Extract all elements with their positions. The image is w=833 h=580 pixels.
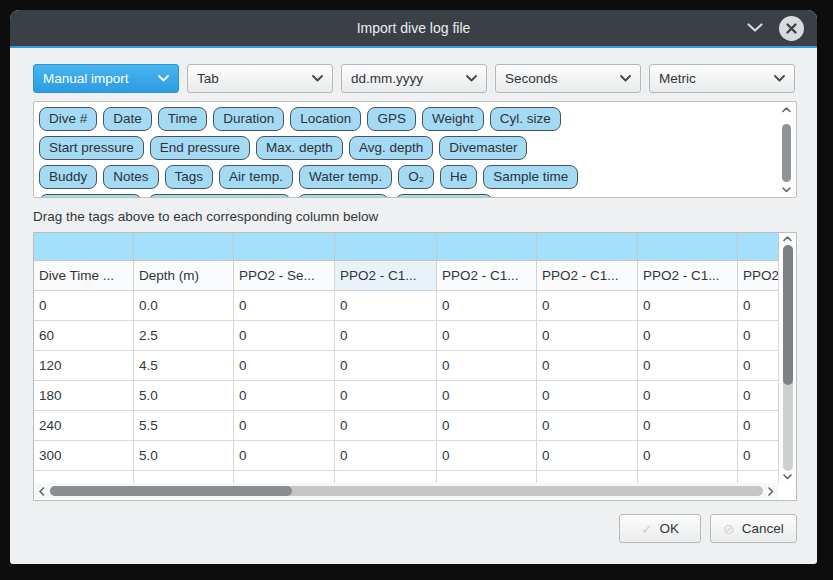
table-cell: 0 [34, 291, 134, 321]
tag-row: Buddy Notes Tags Air temp. Water temp. O… [39, 165, 774, 189]
tag-sample-cns[interactable]: Sample CNS [395, 194, 493, 198]
tag-water-temp[interactable]: Water temp. [299, 165, 392, 189]
column-header[interactable]: PPO2 - Se... [234, 261, 335, 291]
ok-button[interactable]: ✓ OK [619, 514, 701, 543]
column-header[interactable]: PPO2 - C1... [537, 261, 638, 291]
tag-time[interactable]: Time [158, 107, 208, 131]
table-cell: 0 [537, 411, 638, 441]
table-cell: 0 [437, 351, 537, 381]
table-vertical-scrollbar[interactable] [780, 234, 795, 482]
scroll-left-icon[interactable] [39, 487, 45, 496]
scroll-down-icon[interactable] [782, 185, 791, 194]
dialog-buttons: ✓ OK ⊘ Cancel [33, 514, 797, 543]
tag-sample-depth[interactable]: Sample depth [39, 194, 142, 198]
tag-notes[interactable]: Notes [103, 165, 158, 189]
scroll-up-icon[interactable] [783, 234, 792, 244]
column-header[interactable]: PPO2 [738, 261, 779, 291]
table-cell: 0 [437, 291, 537, 321]
tag-o2[interactable]: O₂ [398, 165, 434, 189]
scroll-up-icon[interactable] [782, 105, 791, 114]
column-header[interactable]: Dive Time ... [34, 261, 134, 291]
column-header[interactable]: PPO2 - C1... [437, 261, 537, 291]
tag-gps[interactable]: GPS [367, 107, 416, 131]
tag-end-pressure[interactable]: End pressure [150, 136, 250, 160]
tag-sample-po2[interactable]: Sample pO₂ [297, 194, 390, 198]
table-cell: 5.0 [134, 381, 234, 411]
tag-start-pressure[interactable]: Start pressure [39, 136, 144, 160]
chevron-down-icon[interactable] [746, 22, 764, 34]
table-cell: 0 [638, 381, 738, 411]
tag-buddy[interactable]: Buddy [39, 165, 97, 189]
column-header[interactable]: PPO2 - C1... [638, 261, 738, 291]
column-drop-target[interactable] [537, 233, 638, 261]
tag-list-scrollbar[interactable] [779, 105, 794, 194]
tag-date[interactable]: Date [103, 107, 152, 131]
table-cell: 0 [738, 411, 779, 441]
drag-instruction-label: Drag the tags above to each correspondin… [33, 209, 797, 224]
scrollbar-track[interactable] [782, 116, 791, 183]
tag-tags[interactable]: Tags [165, 165, 214, 189]
chevron-down-icon [620, 75, 631, 82]
units-select[interactable]: Metric [649, 64, 795, 93]
tag-he[interactable]: He [440, 165, 477, 189]
scroll-down-icon[interactable] [783, 472, 792, 482]
table-cell: 240 [34, 411, 134, 441]
scrollbar-track[interactable] [50, 486, 763, 496]
tag-divemaster[interactable]: Divemaster [439, 136, 527, 160]
column-drop-target[interactable] [638, 233, 738, 261]
table-cell: 120 [34, 351, 134, 381]
table-cell: 0 [537, 321, 638, 351]
table-cell-clipped [335, 471, 437, 483]
scrollbar-thumb[interactable] [50, 486, 292, 496]
table-cell-clipped [638, 471, 738, 483]
scrollbar-thumb[interactable] [783, 245, 793, 385]
field-separator-select[interactable]: Tab [187, 64, 333, 93]
tag-cyl-size[interactable]: Cyl. size [490, 107, 561, 131]
date-format-value: dd.mm.yyyy [351, 71, 423, 86]
csv-preview-table: Dive Time ... Depth (m) PPO2 - Se... PPO… [33, 232, 797, 501]
table-cell: 0 [437, 381, 537, 411]
titlebar[interactable]: Import dive log file [10, 10, 817, 46]
table-cell: 60 [34, 321, 134, 351]
tag-location[interactable]: Location [290, 107, 361, 131]
scrollbar-thumb[interactable] [782, 124, 791, 182]
table-cell: 0 [335, 321, 437, 351]
table-cell: 180 [34, 381, 134, 411]
duration-format-select[interactable]: Seconds [495, 64, 641, 93]
table-cell: 2.5 [134, 321, 234, 351]
tag-sample-temperature[interactable]: Sample temperature [148, 194, 290, 198]
table-cell: 5.0 [134, 441, 234, 471]
close-icon[interactable] [779, 16, 804, 41]
column-drop-target[interactable] [234, 233, 335, 261]
column-drop-target[interactable] [34, 233, 134, 261]
window-title: Import dive log file [357, 20, 471, 36]
tag-weight[interactable]: Weight [422, 107, 484, 131]
tag-air-temp[interactable]: Air temp. [219, 165, 293, 189]
tag-max-depth[interactable]: Max. depth [256, 136, 343, 160]
table-cell-clipped [34, 471, 134, 483]
tag-avg-depth[interactable]: Avg. depth [349, 136, 433, 160]
table-cell: 0 [234, 351, 335, 381]
table-cell: 0 [335, 381, 437, 411]
table-cell: 0 [437, 411, 537, 441]
scrollbar-track[interactable] [783, 245, 793, 471]
column-header[interactable]: Depth (m) [134, 261, 234, 291]
column-drop-target[interactable] [335, 233, 437, 261]
units-value: Metric [659, 71, 696, 86]
column-drop-target[interactable] [738, 233, 779, 261]
cancel-button[interactable]: ⊘ Cancel [710, 514, 797, 543]
tag-sample-time[interactable]: Sample time [483, 165, 578, 189]
import-type-select[interactable]: Manual import [33, 64, 179, 93]
tag-dive-number[interactable]: Dive # [39, 107, 97, 131]
table-cell: 5.5 [134, 411, 234, 441]
column-header[interactable]: PPO2 - C1... [335, 261, 437, 291]
scroll-right-icon[interactable] [768, 487, 774, 496]
date-format-select[interactable]: dd.mm.yyyy [341, 64, 487, 93]
column-drop-target[interactable] [437, 233, 537, 261]
tag-duration[interactable]: Duration [213, 107, 284, 131]
table-horizontal-scrollbar[interactable] [35, 483, 778, 499]
table-cell: 0 [234, 381, 335, 411]
tag-row: Dive # Date Time Duration Location GPS W… [39, 107, 774, 131]
tag-row: Start pressure End pressure Max. depth A… [39, 136, 774, 160]
column-drop-target[interactable] [134, 233, 234, 261]
